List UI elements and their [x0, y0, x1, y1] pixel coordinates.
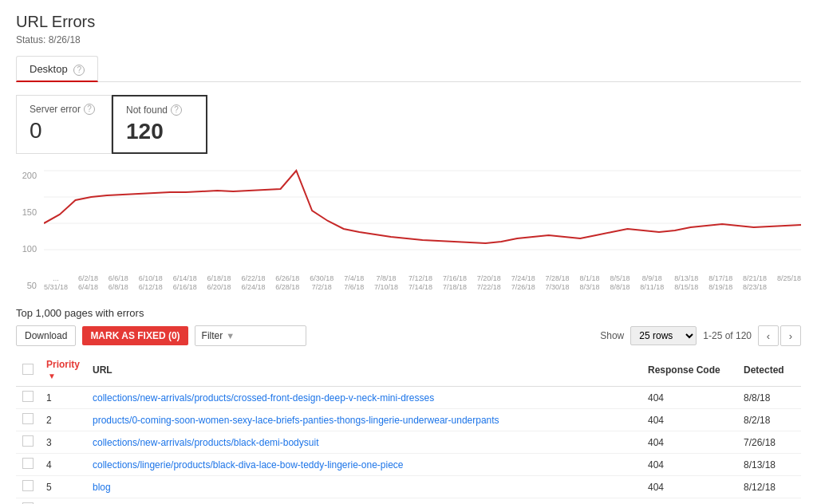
row-checkbox-cell	[16, 431, 40, 454]
header-priority[interactable]: Priority ▼	[40, 354, 86, 387]
x-label-7: 6/26/186/28/18	[275, 274, 299, 294]
show-label: Show	[600, 330, 624, 341]
y-label-50: 50	[16, 281, 40, 290]
tab-desktop-label: Desktop	[30, 63, 68, 75]
not-found-label: Not found ?	[126, 104, 193, 116]
x-label-10: 7/8/187/10/18	[374, 274, 398, 294]
errors-table: Priority ▼ URL Response Code Detected 1 …	[16, 354, 801, 504]
header-detected: Detected	[737, 354, 801, 387]
y-label-100: 100	[16, 244, 40, 254]
header-response-code: Response Code	[641, 354, 737, 387]
row-priority: 6	[40, 498, 86, 505]
table-row: 1 collections/new-arrivals/products/cros…	[16, 387, 801, 409]
row-priority: 3	[40, 431, 86, 454]
prev-page-button[interactable]: ‹	[758, 325, 779, 346]
table-row: 5 blog 404 8/12/18	[16, 476, 801, 498]
row-url[interactable]: products/0-coming-soon-women-sexy-lace-b…	[86, 409, 641, 431]
row-url[interactable]: blog	[86, 476, 641, 498]
next-page-button[interactable]: ›	[780, 325, 801, 346]
x-label-9: 7/4/187/6/18	[344, 274, 364, 294]
row-checkbox[interactable]	[22, 480, 34, 491]
row-checkbox-cell	[16, 409, 40, 431]
x-label-16: 8/1/188/3/18	[580, 274, 600, 294]
row-detected: 8/2/18	[737, 409, 801, 431]
table-row: 6 products/women-sexy-lingerie-underwear…	[16, 498, 801, 505]
chart-container: 200 150 100 50 ...5/31/18 6/2/186/4/18 6…	[16, 167, 801, 294]
row-priority: 1	[40, 387, 86, 409]
server-error-value: 0	[30, 118, 98, 144]
not-found-metric[interactable]: Not found ? 120	[112, 95, 207, 154]
x-label-4: 6/14/186/16/18	[173, 274, 197, 294]
row-url[interactable]: collections/new-arrivals/products/crosse…	[86, 387, 641, 409]
header-checkbox-col	[16, 354, 40, 387]
metrics-row: Server error ? 0 Not found ? 120	[16, 95, 801, 154]
tab-desktop[interactable]: Desktop ?	[16, 56, 98, 82]
x-label-14: 7/24/187/26/18	[511, 274, 535, 294]
page-title: URL Errors	[16, 13, 801, 31]
filter-label: Filter	[202, 330, 223, 341]
mark-as-fixed-button[interactable]: MARK AS FIXED (0)	[82, 326, 187, 345]
server-error-label: Server error ?	[30, 104, 98, 115]
status-line: Status: 8/26/18	[16, 34, 801, 45]
table-header: Priority ▼ URL Response Code Detected	[16, 354, 801, 387]
row-response-code: 404	[641, 387, 737, 409]
select-all-checkbox[interactable]	[22, 364, 34, 375]
server-error-help-icon[interactable]: ?	[84, 104, 95, 115]
x-label-19: 8/13/188/15/18	[674, 274, 698, 294]
row-checkbox[interactable]	[22, 458, 34, 469]
x-label-18: 8/9/188/11/18	[640, 274, 664, 294]
row-response-code: 404	[641, 476, 737, 498]
filter-input[interactable]: Filter ▼	[195, 325, 306, 346]
chart-x-labels: ...5/31/18 6/2/186/4/18 6/6/186/8/18 6/1…	[44, 274, 801, 294]
x-label-1: 6/2/186/4/18	[78, 274, 98, 294]
x-label-22: 8/25/18	[777, 274, 801, 294]
table-row: 4 collections/lingerie/products/black-di…	[16, 454, 801, 476]
row-checkbox-cell	[16, 498, 40, 505]
row-detected: 8/6/18	[737, 498, 801, 505]
row-url[interactable]: collections/new-arrivals/products/black-…	[86, 431, 641, 454]
chart-svg	[44, 167, 801, 274]
row-priority: 5	[40, 476, 86, 498]
tab-help-icon[interactable]: ?	[73, 65, 85, 76]
x-label-21: 8/21/188/23/18	[743, 274, 767, 294]
x-label-5: 6/18/186/20/18	[207, 274, 231, 294]
download-button[interactable]: Download	[16, 325, 76, 346]
x-label-0: ...5/31/18	[44, 274, 68, 294]
x-label-11: 7/12/187/14/18	[408, 274, 432, 294]
toolbar: Download MARK AS FIXED (0) Filter ▼ Show…	[16, 325, 801, 346]
row-response-code: 404	[641, 409, 737, 431]
row-checkbox-cell	[16, 454, 40, 476]
row-detected: 7/26/18	[737, 431, 801, 454]
pagination: Show 25 rows 50 rows 100 rows 1-25 of 12…	[600, 325, 801, 346]
table-body: 1 collections/new-arrivals/products/cros…	[16, 387, 801, 505]
x-label-3: 6/10/186/12/18	[139, 274, 163, 294]
row-detected: 8/13/18	[737, 454, 801, 476]
x-label-20: 8/17/188/19/18	[708, 274, 732, 294]
y-label-200: 200	[16, 171, 40, 180]
chart-svg-area	[44, 167, 801, 274]
row-priority: 2	[40, 409, 86, 431]
row-checkbox[interactable]	[22, 391, 34, 402]
pagination-range: 1-25 of 120	[703, 330, 752, 341]
row-response-code: 404	[641, 498, 737, 505]
not-found-help-icon[interactable]: ?	[171, 104, 182, 116]
x-label-12: 7/16/187/18/18	[443, 274, 467, 294]
filter-funnel-icon: ▼	[226, 331, 235, 341]
row-url[interactable]: collections/lingerie/products/black-diva…	[86, 454, 641, 476]
row-url[interactable]: products/women-sexy-lingerie-underwear-s…	[86, 498, 641, 505]
chart-y-labels: 200 150 100 50	[16, 167, 40, 294]
y-label-150: 150	[16, 207, 40, 217]
server-error-metric[interactable]: Server error ? 0	[16, 95, 112, 154]
tabs-bar: Desktop ?	[16, 55, 801, 82]
not-found-value: 120	[126, 119, 193, 144]
x-label-2: 6/6/186/8/18	[109, 274, 128, 294]
row-checkbox[interactable]	[22, 435, 34, 447]
priority-sort-arrow: ▼	[48, 372, 56, 380]
section-title: Top 1,000 pages with errors	[16, 307, 801, 319]
row-detected: 8/12/18	[737, 476, 801, 498]
rows-per-page-select[interactable]: 25 rows 50 rows 100 rows	[630, 326, 697, 345]
page-navigation: ‹ ›	[758, 325, 801, 346]
row-checkbox-cell	[16, 476, 40, 498]
row-detected: 8/8/18	[737, 387, 801, 409]
row-checkbox[interactable]	[22, 413, 34, 424]
